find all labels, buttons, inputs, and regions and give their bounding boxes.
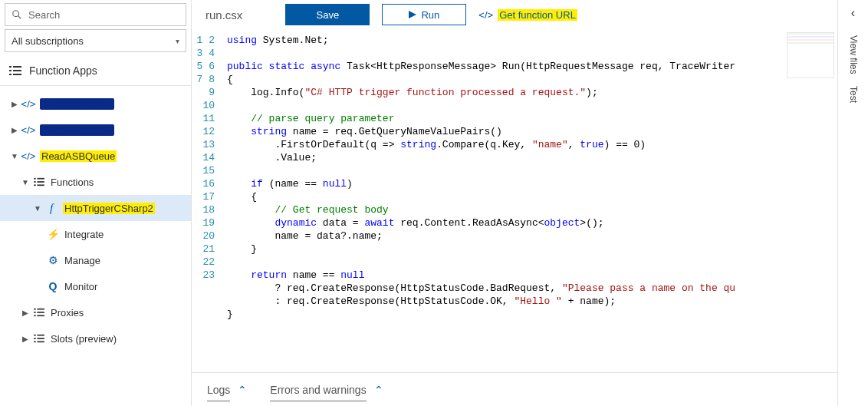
code-editor[interactable]: 1 2 3 4 5 6 7 8 9 10 11 12 13 14 15 16 1… <box>192 29 837 372</box>
app-node-1[interactable]: ▶ </> xxxxxxxxxx <box>0 91 191 117</box>
app-node-3[interactable]: ▼ </> ReadASBQueue <box>0 143 191 169</box>
svg-rect-7 <box>13 74 21 75</box>
function-apps-label: Function Apps <box>29 64 97 77</box>
play-icon <box>409 11 416 18</box>
svg-rect-11 <box>37 181 44 183</box>
chevron-up-icon: ⌃ <box>238 384 247 396</box>
svg-rect-3 <box>13 66 21 68</box>
svg-rect-24 <box>34 341 36 342</box>
app-node-2[interactable]: ▶ </> xxxxxxxxxx <box>0 117 191 143</box>
magnifier-icon: Q <box>46 280 60 292</box>
main: run.csx Save Run </> Get function URL 1 … <box>192 0 837 406</box>
logs-tab[interactable]: Logs ⌃ <box>207 384 247 396</box>
errors-label: Errors and warnings <box>270 384 366 396</box>
function-apps-header[interactable]: Function Apps <box>0 55 191 86</box>
toolbar: run.csx Save Run </> Get function URL <box>192 0 837 29</box>
search-icon <box>12 9 22 20</box>
code-content: using System.Net; public static async Ta… <box>222 29 837 372</box>
function-app-icon: </> <box>21 124 35 136</box>
app-node-1-label: xxxxxxxxxx <box>40 98 114 110</box>
save-button[interactable]: Save <box>285 4 370 25</box>
errors-tab[interactable]: Errors and warnings ⌃ <box>270 384 383 396</box>
logs-label: Logs <box>207 384 230 396</box>
function-node-label: HttpTriggerCSharp2 <box>63 203 155 214</box>
chevron-up-icon: ⌃ <box>374 384 383 396</box>
integrate-node[interactable]: ⚡ Integrate <box>0 221 191 247</box>
run-button[interactable]: Run <box>382 4 466 25</box>
manage-node[interactable]: ⚙ Manage <box>0 247 191 273</box>
functions-label: Functions <box>51 177 94 188</box>
minimap[interactable] <box>787 32 834 78</box>
list-icon <box>9 65 21 76</box>
line-gutter: 1 2 3 4 5 6 7 8 9 10 11 12 13 14 15 16 1… <box>192 29 222 372</box>
functions-node[interactable]: ▼ Functions <box>0 169 191 195</box>
code-icon: </> <box>478 9 493 21</box>
list-icon <box>32 177 46 186</box>
caret-right-icon: ▶ <box>11 100 18 108</box>
svg-rect-18 <box>34 315 36 316</box>
app-node-2-label: xxxxxxxxxx <box>40 124 114 136</box>
slots-node[interactable]: ▶ Slots (preview) <box>0 325 191 352</box>
proxies-label: Proxies <box>51 307 84 319</box>
svg-rect-6 <box>9 74 12 75</box>
file-title: run.csx <box>205 8 242 21</box>
run-button-label: Run <box>421 9 439 21</box>
svg-marker-26 <box>409 11 416 18</box>
svg-rect-5 <box>13 70 21 71</box>
sidebar: Search All subscriptions ▾ Function Apps… <box>0 0 192 406</box>
function-node[interactable]: ▼ f HttpTriggerCSharp2 <box>0 195 191 221</box>
svg-rect-21 <box>37 335 44 336</box>
svg-rect-12 <box>34 184 36 186</box>
svg-rect-16 <box>34 312 36 313</box>
subscriptions-dropdown[interactable]: All subscriptions ▾ <box>5 29 186 52</box>
proxies-node[interactable]: ▶ Proxies <box>0 299 191 325</box>
bolt-icon: ⚡ <box>46 228 60 240</box>
slots-label: Slots (preview) <box>51 333 117 345</box>
caret-right-icon: ▶ <box>11 126 18 134</box>
svg-rect-10 <box>34 181 36 183</box>
caret-right-icon: ▶ <box>21 335 29 343</box>
get-function-url-label: Get function URL <box>498 9 577 21</box>
tree: ▶ </> xxxxxxxxxx ▶ </> xxxxxxxxxx ▼ </> … <box>0 86 191 356</box>
get-function-url-link[interactable]: </> Get function URL <box>478 9 577 21</box>
svg-rect-20 <box>34 335 36 336</box>
view-files-tab[interactable]: View files <box>848 29 859 80</box>
svg-rect-19 <box>37 315 44 316</box>
svg-rect-15 <box>37 309 44 310</box>
svg-rect-4 <box>9 70 12 71</box>
list-icon <box>32 308 46 317</box>
collapse-button[interactable]: ‹ <box>851 6 855 20</box>
list-icon <box>32 334 46 343</box>
caret-down-icon: ▼ <box>34 204 41 213</box>
svg-line-1 <box>18 16 21 19</box>
search-input[interactable]: Search <box>5 3 186 26</box>
chevron-left-icon: ‹ <box>851 6 855 19</box>
svg-point-0 <box>13 11 19 17</box>
monitor-node[interactable]: Q Monitor <box>0 273 191 299</box>
caret-down-icon: ▼ <box>11 152 18 160</box>
svg-rect-25 <box>37 341 44 342</box>
svg-rect-22 <box>34 338 36 339</box>
svg-rect-13 <box>37 184 44 186</box>
manage-label: Manage <box>64 255 100 266</box>
app-node-3-label: ReadASBQueue <box>40 150 117 162</box>
search-placeholder: Search <box>28 9 60 21</box>
monitor-label: Monitor <box>64 281 97 292</box>
svg-rect-23 <box>37 338 44 339</box>
svg-rect-14 <box>34 309 36 310</box>
subscriptions-label: All subscriptions <box>12 35 84 47</box>
test-tab[interactable]: Test <box>848 80 859 109</box>
caret-down-icon: ▼ <box>21 178 29 186</box>
right-rail: ‹ View files Test <box>837 0 868 406</box>
function-app-icon: </> <box>21 150 35 162</box>
gear-icon: ⚙ <box>46 254 60 266</box>
svg-rect-9 <box>37 178 44 180</box>
chevron-down-icon: ▾ <box>176 37 179 45</box>
svg-rect-8 <box>34 178 36 180</box>
function-app-icon: </> <box>21 98 35 110</box>
integrate-label: Integrate <box>64 229 104 240</box>
function-icon: f <box>44 202 58 215</box>
svg-rect-17 <box>37 312 44 313</box>
svg-rect-2 <box>9 66 12 68</box>
caret-right-icon: ▶ <box>21 309 29 317</box>
